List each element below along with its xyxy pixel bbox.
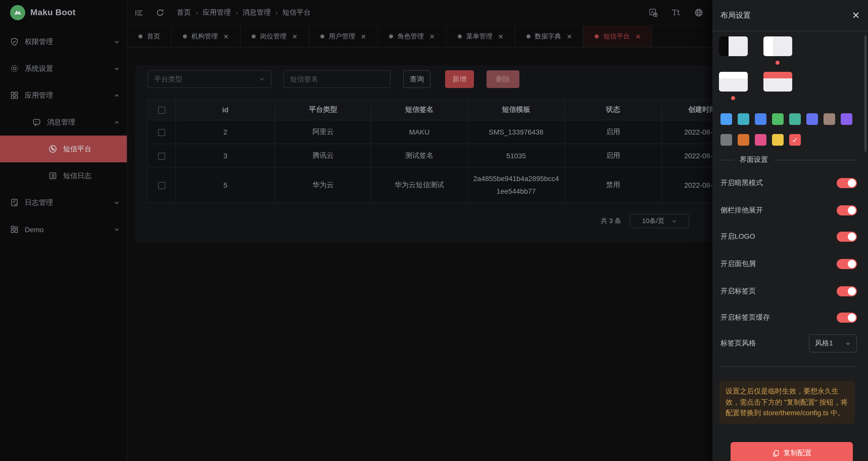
theme-color-swatch[interactable] — [841, 113, 852, 125]
search-button[interactable]: 查询 — [403, 70, 431, 88]
row-checkbox[interactable] — [158, 152, 165, 160]
breadcrumb-message[interactable]: 消息管理 — [243, 8, 271, 17]
theme-color-swatch[interactable] — [738, 134, 749, 146]
column-header: 短信签名 — [371, 99, 468, 120]
theme-color-swatch[interactable] — [720, 134, 732, 146]
translate-icon[interactable]: A — [647, 6, 660, 19]
close-icon[interactable]: ✕ — [361, 33, 366, 40]
theme-color-swatch[interactable] — [789, 113, 801, 125]
globe-icon[interactable] — [692, 6, 705, 19]
tab-style-select[interactable]: 风格1 — [809, 334, 857, 352]
sidebar-item-system-settings[interactable]: 系统设置 — [0, 55, 127, 82]
sidebar-item-label: Demo — [25, 225, 44, 233]
theme-color-swatch[interactable] — [806, 113, 818, 125]
sidebar-collapse-icon[interactable] — [132, 6, 146, 19]
tab-menu[interactable]: 菜单管理 ✕ — [446, 26, 515, 47]
tab-org[interactable]: 机构管理 ✕ — [172, 26, 241, 47]
close-icon[interactable]: ✕ — [223, 33, 229, 40]
phone-circle-icon — [49, 145, 57, 153]
sidebar-item-label: 应用管理 — [25, 91, 53, 100]
dark-mode-toggle[interactable] — [837, 178, 857, 188]
tab-cache-toggle[interactable] — [837, 313, 857, 323]
theme-color-swatch[interactable] — [755, 113, 767, 125]
theme-color-swatch-selected[interactable]: ✓ — [789, 134, 801, 146]
page-size-select[interactable]: 10条/页 — [630, 214, 689, 228]
sidebar-accordion-toggle[interactable] — [837, 205, 857, 215]
close-icon[interactable]: ✕ — [636, 33, 641, 40]
tab-style-value: 风格1 — [815, 339, 833, 348]
sidebar-item-log[interactable]: 日志管理 — [0, 189, 127, 216]
tab-dot-icon — [138, 34, 143, 38]
tab-label: 首页 — [147, 32, 160, 41]
sidebar-item-demo[interactable]: Demo — [0, 216, 127, 243]
cell-status: 启用 — [565, 144, 661, 167]
cell-platform: 腾讯云 — [275, 144, 371, 167]
close-icon[interactable]: ✕ — [567, 33, 572, 40]
sidebar-item-sms-platform[interactable]: 短信平台 — [0, 136, 127, 162]
breadcrumb-home[interactable]: 首页 — [177, 8, 191, 17]
scrollbar-thumb[interactable] — [865, 35, 867, 152]
platform-type-placeholder: 平台类型 — [154, 75, 182, 84]
chevron-up-icon — [114, 119, 120, 125]
signature-input[interactable]: 短信签名 — [283, 70, 391, 88]
theme-color-swatch[interactable] — [755, 134, 767, 146]
tab-style-label: 标签页风格 — [720, 339, 756, 348]
sidebar: Maku Boot 权限管理 系统设置 应用管理 — [0, 0, 127, 461]
tab-sms-platform[interactable]: 短信平台 ✕ — [584, 26, 652, 47]
close-icon[interactable]: ✕ — [498, 33, 503, 40]
sidebar-item-application[interactable]: 应用管理 — [0, 82, 127, 109]
theme-color-row-2: ✓ — [720, 134, 801, 146]
tab-dict[interactable]: 数据字典 ✕ — [515, 26, 584, 47]
cell-status: 启用 — [565, 120, 661, 144]
layout-option-dark-sidebar[interactable] — [719, 36, 748, 56]
tab-home[interactable]: 首页 — [127, 26, 172, 47]
layout-option-primary-topbar[interactable] — [764, 72, 792, 91]
breadcrumb-toggle[interactable] — [837, 259, 857, 269]
cell-template: SMS_133976438 — [468, 120, 565, 144]
logo-toggle[interactable] — [837, 232, 857, 242]
theme-color-swatch[interactable] — [738, 113, 749, 125]
select-all-checkbox[interactable] — [158, 107, 165, 114]
theme-color-swatch[interactable] — [772, 134, 784, 146]
delete-button[interactable]: 删除 — [487, 70, 519, 88]
close-icon[interactable]: ✕ — [429, 33, 435, 40]
setting-sidebar-accordion: 侧栏排他展开 — [720, 205, 857, 216]
chevron-down-icon — [114, 65, 120, 71]
column-header: 短信模板 — [468, 99, 565, 120]
close-icon[interactable]: ✕ — [292, 33, 298, 40]
theme-color-swatch[interactable] — [824, 113, 835, 125]
tabs-toggle[interactable] — [837, 286, 857, 296]
cell-id: 3 — [176, 144, 275, 167]
cell-id: 5 — [176, 167, 275, 203]
thumb-sidebar — [719, 36, 728, 56]
layout-option-light-topbar[interactable] — [719, 72, 748, 91]
add-button[interactable]: 新增 — [445, 70, 474, 88]
sidebar-item-message[interactable]: 消息管理 — [0, 109, 127, 136]
theme-color-swatch[interactable] — [720, 113, 732, 125]
tab-role[interactable]: 角色管理 ✕ — [378, 26, 446, 47]
sidebar-item-permission[interactable]: 权限管理 — [0, 28, 127, 55]
platform-type-select[interactable]: 平台类型 — [148, 70, 271, 88]
row-checkbox[interactable] — [158, 182, 165, 189]
theme-color-swatch[interactable] — [772, 113, 784, 125]
breadcrumb-separator-icon: › — [236, 8, 238, 17]
logo: Maku Boot — [0, 0, 127, 25]
tab-user[interactable]: 用户管理 ✕ — [309, 26, 378, 47]
tab-dot-icon — [595, 34, 599, 38]
row-checkbox[interactable] — [158, 129, 165, 136]
sms-platform-table: id 平台类型 短信签名 短信模板 状态 创建时间 2 阿里云 MAKU SMS… — [148, 99, 743, 203]
font-size-icon[interactable]: Tt — [672, 8, 680, 17]
drawer-header: 布局设置 ✕ — [712, 0, 868, 31]
tab-post[interactable]: 岗位管理 ✕ — [241, 26, 309, 47]
cell-template: 51035 — [468, 144, 565, 167]
sidebar-item-sms-log[interactable]: 短信日志 — [0, 162, 127, 189]
breadcrumb-application[interactable]: 应用管理 — [203, 8, 231, 17]
close-icon[interactable]: ✕ — [852, 10, 860, 20]
layout-option-light-sidebar[interactable] — [764, 36, 792, 56]
chevron-down-icon — [114, 200, 120, 206]
sidebar-item-label: 权限管理 — [25, 37, 53, 46]
tab-dot-icon — [320, 34, 324, 38]
chevron-down-icon — [114, 226, 120, 232]
refresh-icon[interactable] — [154, 6, 167, 19]
copy-config-button[interactable]: 复制配置 — [731, 442, 853, 461]
